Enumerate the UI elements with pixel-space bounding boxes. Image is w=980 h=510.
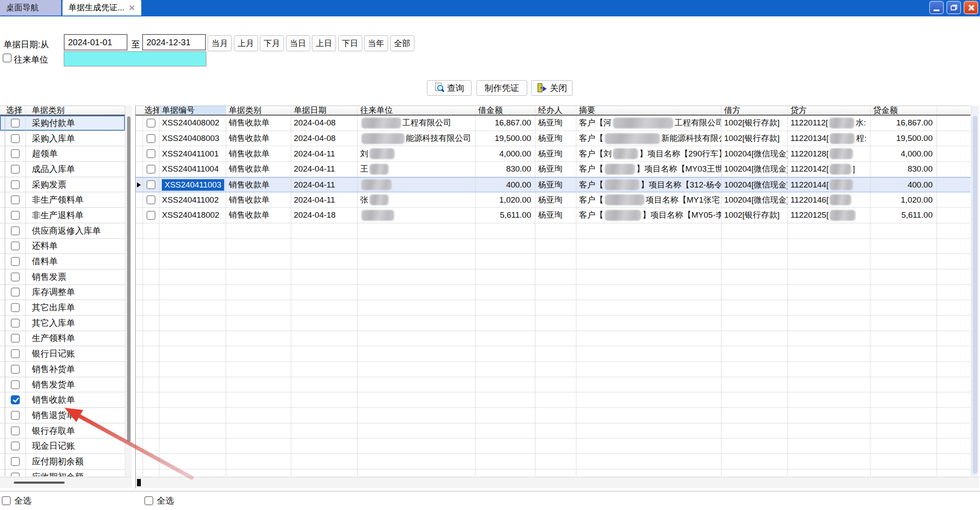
left-hscroll-thumb[interactable] [14,482,65,484]
col-header-credit-account[interactable]: 贷方 [788,106,871,115]
col-header-handler[interactable]: 经办人 [535,106,576,115]
document-row[interactable]: XSS240411004 销售收款单 2024-04-11 王 830.00 杨… [136,162,971,177]
right-vscroll-thumb[interactable] [973,116,977,474]
right-vertical-scrollbar[interactable] [971,106,979,476]
col-header-credit-amount[interactable]: 贷金额 [871,106,937,115]
doc-category-row[interactable]: 采购付款单 [0,116,125,131]
category-checkbox[interactable] [11,257,20,266]
category-checkbox[interactable] [11,411,20,420]
quick-date-button[interactable]: 当年 [364,35,388,51]
doc-category-row[interactable]: 供应商返修入库单 [0,223,125,239]
doc-category-row[interactable]: 销售退货单 [0,408,125,423]
category-checkbox[interactable] [11,349,20,358]
doc-category-row[interactable]: 还料单 [0,239,125,254]
category-checkbox[interactable] [11,365,20,374]
document-row[interactable]: XSS240411001 销售收款单 2024-04-11 刘 4,000.00… [136,146,971,162]
col-header-doc-no[interactable]: 单据编号 [159,106,226,115]
doc-category-row[interactable]: 非生产领料单 [0,192,125,208]
col-header-summary[interactable]: 摘要 [576,106,722,115]
col-header-doc-type[interactable]: 单据类别 [226,106,291,115]
category-checkbox[interactable] [11,180,20,189]
doc-category-row[interactable]: 其它入库单 [0,316,125,331]
category-checkbox[interactable] [11,211,20,220]
document-checkbox[interactable] [146,119,156,128]
doc-category-row[interactable]: 采购发票 [0,177,125,193]
doc-category-row[interactable]: 超领单 [0,146,125,162]
quick-date-button[interactable]: 下日 [338,35,362,51]
quick-date-button[interactable]: 当日 [286,35,310,51]
partner-filter-checkbox[interactable] [3,53,12,63]
category-checkbox[interactable] [11,334,20,343]
doc-category-row[interactable]: 采购入库单 [0,131,125,147]
document-checkbox[interactable] [146,149,156,158]
left-select-all-checkbox[interactable] [2,496,11,505]
doc-category-row[interactable]: 销售发货单 [0,377,125,393]
partner-input[interactable] [64,51,206,66]
category-checkbox[interactable] [11,457,20,466]
category-checkbox[interactable] [11,149,20,158]
doc-category-row[interactable]: 生产领料单 [0,331,125,347]
document-row[interactable]: XSS240418002 销售收款单 2024-04-18 5,611.00 杨… [136,208,971,223]
col-header-debit-account[interactable]: 借方 [722,106,788,115]
category-checkbox[interactable] [11,395,20,404]
category-checkbox[interactable] [11,472,20,476]
left-vscroll-thumb[interactable] [127,116,131,442]
doc-category-row[interactable]: 现金日记账 [0,438,125,454]
doc-category-row[interactable]: 销售发票 [0,269,125,285]
category-checkbox[interactable] [11,272,20,282]
document-checkbox[interactable] [146,134,156,143]
quick-date-button[interactable]: 下月 [260,35,284,51]
document-row[interactable]: XSS240408003 销售收款单 2024-04-08 能源科技有限公司 1… [136,131,971,147]
date-from-input[interactable] [64,34,128,50]
tab-desktop-nav[interactable]: 桌面导航 [0,0,61,16]
document-checkbox[interactable] [146,195,156,204]
category-checkbox[interactable] [11,319,20,328]
category-checkbox[interactable] [11,441,20,451]
category-checkbox[interactable] [11,119,20,128]
doc-category-row[interactable]: 应付期初余额 [0,454,125,469]
document-checkbox[interactable] [146,211,156,220]
document-checkbox[interactable] [146,180,156,189]
quick-date-button[interactable]: 当月 [208,35,232,51]
left-vertical-scrollbar[interactable] [125,106,132,476]
doc-category-row[interactable]: 销售补货单 [0,362,125,377]
doc-category-row[interactable]: 银行日记账 [0,346,125,362]
right-hscroll-thumb[interactable] [137,479,141,486]
restore-button[interactable] [946,1,961,14]
col-header-debit-amount[interactable]: 借金额 [476,106,535,115]
make-voucher-button[interactable]: 制作凭证 [476,80,527,96]
document-row[interactable]: XSS240408002 销售收款单 2024-04-08 工程有限公司 16,… [136,116,971,131]
query-button[interactable]: 查询 [427,80,472,96]
tab-doc-to-voucher[interactable]: 单据生成凭证... [62,0,141,16]
doc-category-row[interactable]: 借料单 [0,254,125,269]
category-checkbox[interactable] [11,426,20,435]
minimize-button[interactable] [929,1,944,14]
right-horizontal-scrollbar[interactable] [136,477,979,488]
close-button[interactable] [964,1,978,14]
category-checkbox[interactable] [11,195,20,204]
category-checkbox[interactable] [11,303,20,312]
right-select-all-checkbox[interactable] [144,496,153,505]
doc-category-row[interactable]: 非生产退料单 [0,208,125,223]
doc-category-row[interactable]: 销售收款单 [0,392,125,408]
document-row[interactable]: XSS240411003 销售收款单 2024-04-11 400.00 杨亚珣… [136,177,971,193]
quick-date-button[interactable]: 全部 [390,35,414,51]
doc-category-row[interactable]: 银行存取单 [0,423,125,439]
quick-date-button[interactable]: 上月 [234,35,258,51]
document-row[interactable]: XSS240411002 销售收款单 2024-04-11 张 1,020.00… [136,192,971,208]
category-checkbox[interactable] [11,288,20,297]
date-to-input[interactable] [142,34,206,50]
left-horizontal-scrollbar[interactable] [0,477,132,488]
doc-category-row[interactable]: 库存调整单 [0,285,125,300]
doc-category-row[interactable]: 其它出库单 [0,300,125,316]
document-checkbox[interactable] [146,165,156,174]
quick-date-button[interactable]: 上日 [312,35,336,51]
doc-category-row[interactable]: 成品入库单 [0,162,125,177]
col-header-doc-date[interactable]: 单据日期 [291,106,358,115]
doc-category-row[interactable]: 应收期初余额 [0,469,125,476]
category-checkbox[interactable] [11,226,20,235]
category-checkbox[interactable] [11,134,20,143]
category-checkbox[interactable] [11,380,20,389]
col-header-partner[interactable]: 往来单位 [358,106,476,115]
close-form-button[interactable]: 关闭 [531,80,572,96]
